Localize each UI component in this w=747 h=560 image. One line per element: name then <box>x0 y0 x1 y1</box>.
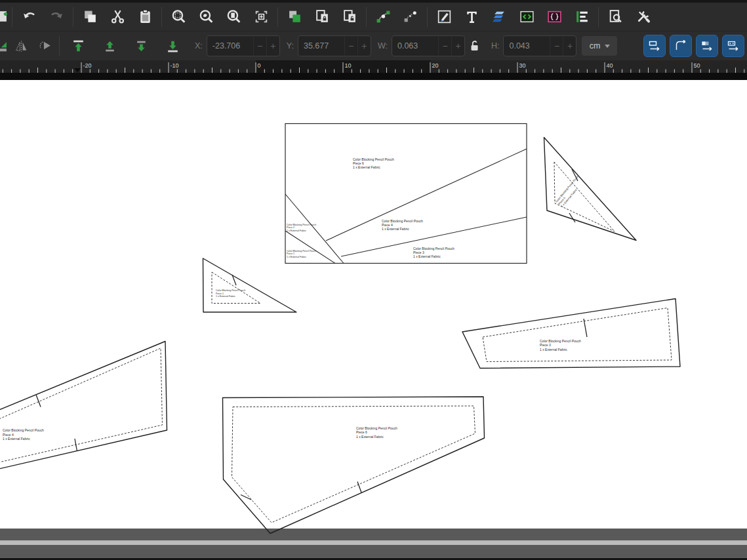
svg-text:Color Blocking Pencil Pouch: Color Blocking Pencil Pouch <box>287 224 316 226</box>
h-input[interactable]: 0.043 − + <box>503 35 576 56</box>
lower-to-bottom-button[interactable] <box>157 34 188 58</box>
svg-text:20: 20 <box>432 62 439 69</box>
x-increment-button[interactable]: + <box>266 37 279 55</box>
horizontal-scrollbar[interactable] <box>0 529 747 560</box>
align-icon <box>574 9 590 25</box>
h-decrement-button[interactable]: − <box>550 37 563 55</box>
swap-fill-stroke-button[interactable] <box>281 5 308 29</box>
gradient-icon <box>700 39 714 53</box>
vector-editor-window: X: -23.706 − + Y: 35.677 − + W: 0.063 − … <box>0 0 747 560</box>
pattern-piece-strip-right[interactable]: Color Blocking Pencil Pouch Piece 3 1 x … <box>462 299 680 369</box>
duplicate-button[interactable] <box>76 5 104 29</box>
svg-text:Piece 2: Piece 2 <box>287 226 294 229</box>
paste-button[interactable] <box>131 5 159 29</box>
scale-stroke-width-toggle[interactable] <box>643 35 666 57</box>
toolbar-separator <box>366 7 367 27</box>
scrollbar-track-bottom[interactable] <box>0 545 747 558</box>
horizontal-ruler[interactable]: -20-1001020304050 <box>0 60 747 73</box>
y-input[interactable]: 35.677 − + <box>298 35 371 56</box>
edit-nodes-button[interactable] <box>369 5 397 29</box>
toolbar-separator <box>73 7 73 27</box>
pattern-piece-pentagon-bottom[interactable]: Color Blocking Pencil Pouch Piece 6 1 x … <box>223 397 485 534</box>
svg-text:50: 50 <box>694 62 700 69</box>
object-properties-button[interactable] <box>540 5 568 29</box>
lower-button[interactable] <box>125 34 157 58</box>
svg-text:1 x External Fabric: 1 x External Fabric <box>413 254 441 258</box>
scale-rounded-corners-toggle[interactable] <box>670 35 692 57</box>
zoom-selection-button[interactable] <box>165 5 192 29</box>
toolbar-separator <box>161 7 162 27</box>
svg-text:Piece 6: Piece 6 <box>356 430 367 434</box>
flip-horizontal-button[interactable] <box>33 34 56 58</box>
zoom-page-button[interactable] <box>220 5 247 29</box>
pattern-piece-triangle-left[interactable]: Color Blocking Pencil Pouch Piece 1 1 x … <box>203 258 297 312</box>
sheet-label-piece4: Color Blocking Pencil Pouch Piece 4 1 x … <box>382 219 423 231</box>
h-increment-button[interactable]: + <box>563 37 576 55</box>
y-decrement-button[interactable]: − <box>344 37 357 55</box>
toolbar-separator <box>598 7 599 27</box>
x-input[interactable]: -23.706 − + <box>207 35 280 56</box>
align-distribute-button[interactable] <box>568 5 596 29</box>
svg-text:1 x External Fabric: 1 x External Fabric <box>287 230 306 232</box>
layers-icon <box>491 9 508 25</box>
drawing-canvas[interactable]: Color Blocking Pencil Pouch Piece 6 1 x … <box>0 80 747 560</box>
pencil-tool-button[interactable] <box>430 5 458 29</box>
y-label: Y: <box>287 41 294 50</box>
unit-selector[interactable]: cm <box>582 36 617 56</box>
redo-icon <box>49 9 65 25</box>
piece-label: Color Blocking Pencil Pouch Piece 1 1 x … <box>216 289 245 298</box>
create-clone-button[interactable] <box>308 5 336 29</box>
svg-text:0: 0 <box>258 62 261 69</box>
piece-label: Color Blocking Pencil Pouch Piece 4 1 x … <box>3 428 44 441</box>
transform-gradients-toggle[interactable] <box>696 35 718 57</box>
lower-icon <box>133 38 150 54</box>
redo-button[interactable] <box>43 5 70 29</box>
raise-to-top-icon <box>70 38 87 54</box>
flip-vertical-button[interactable] <box>9 34 33 58</box>
raise-to-top-button[interactable] <box>62 34 94 58</box>
svg-text:Piece 1: Piece 1 <box>287 252 294 255</box>
unlink-clone-button[interactable] <box>336 5 363 29</box>
w-input[interactable]: 0.063 − + <box>392 35 465 56</box>
svg-text:-10: -10 <box>171 62 179 69</box>
raise-button[interactable] <box>94 34 125 58</box>
scrollbar-thumb[interactable] <box>0 541 747 546</box>
undo-icon <box>21 9 37 25</box>
pattern-piece-wedge-left-bottom[interactable]: Color Blocking Pencil Pouch Piece 4 1 x … <box>0 342 167 470</box>
cut-button[interactable] <box>104 5 131 29</box>
svg-text:-20: -20 <box>83 62 92 69</box>
fill-swap-icon <box>287 9 303 25</box>
canvas-top-edge <box>0 73 747 80</box>
sheet-label-piece1: Color Blocking Pencil Pouch Piece 1 1 x … <box>287 250 316 258</box>
transform-patterns-toggle[interactable] <box>722 35 744 57</box>
pencil-icon <box>436 9 453 25</box>
tweak-tool-button[interactable] <box>397 5 424 29</box>
new-document-button[interactable] <box>0 5 9 29</box>
lock-ratio-button[interactable] <box>465 39 485 53</box>
lock-open-icon <box>468 39 482 53</box>
zoom-center-page-button[interactable] <box>247 5 275 29</box>
text-tool-button[interactable] <box>458 5 485 29</box>
sheet-label-piece6: Color Blocking Pencil Pouch Piece 6 1 x … <box>353 157 394 169</box>
y-increment-button[interactable]: + <box>357 37 371 55</box>
w-increment-button[interactable]: + <box>451 37 464 55</box>
w-decrement-button[interactable]: − <box>438 37 451 55</box>
pattern-layout-sheet[interactable]: Color Blocking Pencil Pouch Piece 6 1 x … <box>285 124 527 264</box>
xml-editor-button[interactable] <box>513 5 540 29</box>
zoom-drawing-icon <box>198 9 214 25</box>
pattern-piece-triangle-top-right[interactable]: Color Blocking Pencil Pouch Piece 5 1 x … <box>544 138 637 241</box>
preferences-button[interactable] <box>629 5 656 29</box>
undo-button[interactable] <box>15 5 43 29</box>
x-decrement-button[interactable]: − <box>253 37 266 55</box>
zoom-drawing-button[interactable] <box>192 5 220 29</box>
unit-value: cm <box>590 41 601 50</box>
layers-button[interactable] <box>485 5 513 29</box>
find-replace-button[interactable] <box>601 5 629 29</box>
piece-label: Color Blocking Pencil Pouch Piece 3 1 x … <box>540 339 581 351</box>
svg-text:Color Blocking Pencil Pouch: Color Blocking Pencil Pouch <box>540 339 581 343</box>
transform-icon-partial <box>0 38 8 54</box>
caret-down-icon <box>605 45 610 48</box>
scrollbar-track-top[interactable] <box>0 529 747 541</box>
select-transform-button[interactable] <box>0 34 9 58</box>
y-value: 35.677 <box>298 41 344 50</box>
